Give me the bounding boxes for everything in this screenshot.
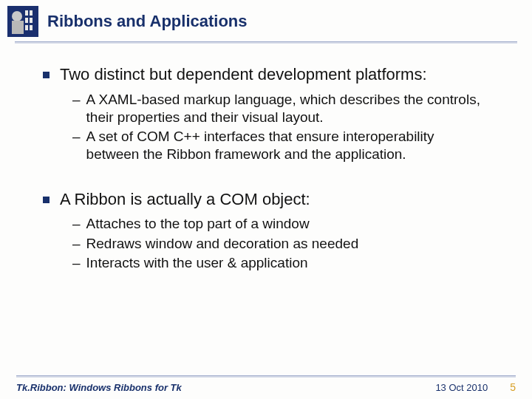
dash-icon: – bbox=[72, 128, 81, 146]
dash-icon: – bbox=[72, 254, 81, 272]
sub-list: – Attaches to the top part of a window –… bbox=[43, 215, 489, 272]
slide-header: Ribbons and Applications bbox=[0, 0, 532, 37]
footer-page-number: 5 bbox=[510, 381, 516, 393]
sub-item: – A XAML-based markup language, which de… bbox=[72, 91, 489, 127]
svg-rect-4 bbox=[30, 10, 33, 16]
sub-list: – A XAML-based markup language, which de… bbox=[43, 91, 489, 164]
sub-item: – Interacts with the user & application bbox=[72, 254, 489, 272]
bullet-text: A Ribbon is actually a COM object: bbox=[60, 189, 310, 210]
svg-rect-3 bbox=[25, 10, 28, 16]
dash-icon: – bbox=[72, 91, 81, 109]
sub-item: – Redraws window and decoration as neede… bbox=[72, 235, 489, 253]
slide-content: Two distinct but dependent development p… bbox=[0, 44, 532, 272]
svg-rect-6 bbox=[30, 18, 33, 23]
bullet-block: A Ribbon is actually a COM object: – Att… bbox=[43, 189, 489, 272]
sub-text: A XAML-based markup language, which desc… bbox=[86, 91, 489, 127]
svg-rect-7 bbox=[25, 25, 28, 30]
bullet-main: Two distinct but dependent development p… bbox=[43, 64, 489, 85]
footer-left-text: Tk.Ribbon: Windows Ribbons for Tk bbox=[16, 382, 435, 393]
svg-rect-8 bbox=[30, 25, 33, 30]
logo-icon bbox=[7, 6, 38, 37]
sub-item: – Attaches to the top part of a window bbox=[72, 215, 489, 233]
bullet-text: Two distinct but dependent development p… bbox=[60, 64, 427, 85]
sub-text: Interacts with the user & application bbox=[86, 254, 308, 272]
footer-rule bbox=[16, 375, 516, 378]
bullet-main: A Ribbon is actually a COM object: bbox=[43, 189, 489, 210]
footer-row: Tk.Ribbon: Windows Ribbons for Tk 13 Oct… bbox=[16, 381, 516, 393]
sub-text: Redraws window and decoration as needed bbox=[86, 235, 359, 253]
dash-icon: – bbox=[72, 215, 81, 233]
square-bullet-icon bbox=[43, 72, 50, 78]
dash-icon: – bbox=[72, 235, 81, 253]
svg-point-1 bbox=[12, 11, 22, 21]
svg-rect-5 bbox=[25, 18, 28, 23]
header-rule-wrap bbox=[0, 37, 532, 44]
footer-date: 13 Oct 2010 bbox=[435, 382, 488, 393]
bullet-block: Two distinct but dependent development p… bbox=[43, 64, 489, 164]
sub-text: Attaches to the top part of a window bbox=[86, 215, 310, 233]
slide-title: Ribbons and Applications bbox=[47, 12, 248, 31]
sub-item: – A set of COM C++ interfaces that ensur… bbox=[72, 128, 489, 164]
slide-footer: Tk.Ribbon: Windows Ribbons for Tk 13 Oct… bbox=[0, 375, 532, 393]
sub-text: A set of COM C++ interfaces that ensure … bbox=[86, 128, 489, 164]
svg-rect-2 bbox=[12, 21, 24, 34]
square-bullet-icon bbox=[43, 197, 50, 203]
